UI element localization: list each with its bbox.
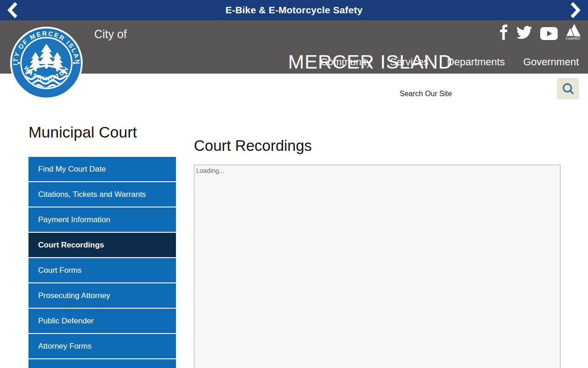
banner-prev-arrow-icon[interactable] bbox=[0, 0, 25, 20]
sidebar-item[interactable]: Court Recordings + bbox=[28, 233, 176, 257]
nav-item[interactable]: Government bbox=[523, 56, 579, 68]
city-seal-logo[interactable]: CITY OF MERCER ISLAND WASHINGTON bbox=[10, 27, 83, 99]
banner-headline-link[interactable]: E-Bike & E-Motorcycle Safety bbox=[226, 5, 363, 16]
sidebar-item-label: Court Forms bbox=[38, 266, 81, 275]
youtube-link[interactable] bbox=[540, 27, 558, 40]
expand-plus-icon[interactable]: + bbox=[164, 366, 170, 368]
chevron-left-icon bbox=[6, 2, 18, 18]
alert-banner: E-Bike & E-Motorcycle Safety bbox=[0, 0, 588, 20]
sidebar-item[interactable]: Public Defender + bbox=[28, 309, 176, 333]
sidebar-item[interactable]: Juror Information + bbox=[28, 359, 176, 368]
twitter-link[interactable] bbox=[515, 26, 533, 40]
facebook-icon bbox=[499, 24, 508, 40]
search-icon bbox=[562, 82, 575, 95]
codered-link[interactable]: CodeRED bbox=[565, 24, 581, 40]
codered-icon bbox=[565, 24, 581, 36]
search-bar bbox=[0, 74, 588, 113]
chevron-right-icon bbox=[570, 2, 582, 18]
mercer-island-seal-icon: CITY OF MERCER ISLAND WASHINGTON bbox=[10, 27, 83, 99]
sidebar-item[interactable]: Payment Information + bbox=[28, 207, 176, 232]
site-wordmark[interactable]: City of MERCER ISLAND bbox=[94, 28, 127, 41]
frame-loading-text: Loading... bbox=[196, 167, 225, 174]
nav-item[interactable]: Community bbox=[320, 56, 371, 68]
social-links: CodeRED bbox=[499, 24, 581, 40]
sidebar-item-label: Citations, Tickets and Warrants bbox=[38, 190, 146, 199]
section-sidebar: Municipal Court Find My Court Date + Cit… bbox=[28, 123, 176, 368]
nav-item[interactable]: Services bbox=[390, 56, 429, 68]
sidebar-item[interactable]: Attorney Forms + bbox=[28, 334, 176, 358]
sidebar-item-label: Court Recordings bbox=[38, 241, 104, 249]
codered-label: CodeRED bbox=[565, 37, 580, 40]
twitter-icon bbox=[515, 26, 533, 40]
primary-nav: Community Services Departments Governmen… bbox=[320, 56, 579, 68]
wordmark-pretitle: City of bbox=[94, 28, 127, 41]
search-input[interactable] bbox=[400, 86, 508, 101]
facebook-link[interactable] bbox=[499, 24, 508, 40]
banner-next-arrow-icon[interactable] bbox=[563, 0, 588, 20]
site-header: CITY OF MERCER ISLAND WASHINGTON bbox=[0, 20, 588, 74]
sidebar-item[interactable]: Court Forms + bbox=[28, 258, 176, 282]
section-title: Municipal Court bbox=[28, 123, 176, 141]
sidebar-item-label: Prosecuting Attorney bbox=[38, 291, 110, 300]
nav-item[interactable]: Departments bbox=[447, 56, 505, 68]
sidebar-item[interactable]: Find My Court Date + bbox=[28, 157, 176, 181]
main-panel: Court Recordings Loading... bbox=[194, 137, 560, 368]
sidebar-item-label: Public Defender bbox=[38, 316, 94, 325]
youtube-icon bbox=[540, 27, 558, 40]
sidebar-nav: Find My Court Date + Citations, Tickets … bbox=[28, 157, 176, 368]
search-button[interactable] bbox=[557, 78, 579, 99]
sidebar-item-label: Find My Court Date bbox=[38, 165, 106, 173]
sidebar-item-label: Payment Information bbox=[38, 215, 110, 224]
sidebar-item[interactable]: Citations, Tickets and Warrants + bbox=[28, 182, 176, 207]
sidebar-item[interactable]: Prosecuting Attorney + bbox=[28, 283, 176, 308]
recordings-embed-frame: Loading... bbox=[194, 165, 560, 368]
sidebar-item-label: Attorney Forms bbox=[38, 342, 91, 351]
page-title: Court Recordings bbox=[194, 137, 560, 155]
